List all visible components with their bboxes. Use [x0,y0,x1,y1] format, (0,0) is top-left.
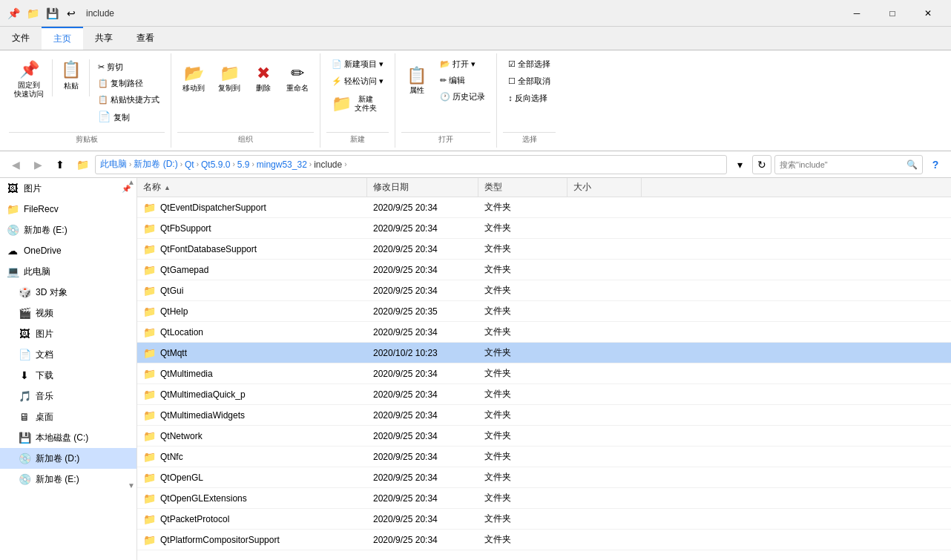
file-row-QtPlatformCompositorSupport[interactable]: 📁QtPlatformCompositorSupport 2020/9/25 2… [137,530,951,550]
file-row-QtFontDatabaseSupport[interactable]: 📁QtFontDatabaseSupport 2020/9/25 20:34 文… [137,239,951,260]
breadcrumb-computer[interactable]: 此电脑 [100,158,127,171]
file-row-QtMultimediaQuick[interactable]: 📁QtMultimediaQuick_p 2020/9/25 20:34 文件夹 [137,384,951,405]
sidebar-item-pictures-pinned[interactable]: 🖼 图片 📌 [0,178,136,199]
file-row-QtFbSupport[interactable]: 📁QtFbSupport 2020/9/25 20:34 文件夹 [137,218,951,239]
move-to-button[interactable]: 📂 移动到 [177,56,210,101]
sidebar-scroll-up[interactable]: ▲ [128,178,135,186]
col-date-label: 修改日期 [373,181,409,194]
select-label: 选择 [503,132,556,148]
back-button[interactable]: ◀ [6,155,25,174]
sidebar-item-music[interactable]: 🎵 音乐 [0,386,136,406]
cut-button[interactable]: ✂ 剪切 [93,59,165,75]
breadcrumb-59[interactable]: 5.9 [237,159,250,170]
paste-shortcut-button[interactable]: 📋 粘贴快捷方式 [93,92,165,108]
sidebar-item-downloads[interactable]: ⬇ 下载 [0,365,136,386]
easy-access-button[interactable]: ⚡ 轻松访问 ▾ [326,73,389,89]
edit-button[interactable]: ✏ 编辑 [435,73,490,88]
col-header-date[interactable]: 修改日期 [367,178,478,197]
file-row-QtOpenGLExtensions[interactable]: 📁QtOpenGLExtensions 2020/9/25 20:34 文件夹 [137,488,951,509]
tab-view[interactable]: 查看 [125,27,166,50]
paste-button[interactable]: 📋 粘贴 [56,56,86,95]
file-row-QtPacketProtocol[interactable]: 📁QtPacketProtocol 2020/9/25 20:34 文件夹 [137,509,951,530]
copy-btns: ✂ 剪切 📋 复制路径 📋 粘贴快捷方式 📄 复制 [93,56,165,129]
copy-to-label: 复制到 [218,83,240,93]
file-size-14 [567,496,642,501]
file-type-6: 文件夹 [478,323,567,340]
file-name-QtMqtt: 📁QtMqtt [137,345,367,361]
invert-selection-button[interactable]: ↕ 反向选择 [503,90,553,106]
sidebar-item-3d[interactable]: 🎲 3D 对象 [0,282,136,303]
col-header-name[interactable]: 名称 ▲ [137,178,367,197]
file-row-QtNfc[interactable]: 📁QtNfc 2020/9/25 20:34 文件夹 [137,447,951,467]
sidebar-item-documents[interactable]: 📄 文档 [0,344,136,365]
sidebar-label-video: 视频 [36,307,131,320]
tab-file[interactable]: 文件 [0,27,42,50]
file-row-QtGamepad[interactable]: 📁QtGamepad 2020/9/25 20:34 文件夹 [137,260,951,280]
file-row-QtEventDispatcherSupport[interactable]: 📁QtEventDispatcherSupport 2020/9/25 20:3… [137,197,951,218]
up-button[interactable]: ⬆ [50,155,70,174]
sidebar-item-e-drive[interactable]: 💿 新加卷 (E:) [0,220,136,240]
file-row-QtMultimedia[interactable]: 📁QtMultimedia 2020/9/25 20:34 文件夹 [137,363,951,384]
select-none-button[interactable]: ☐ 全部取消 [503,73,556,89]
dropdown-button[interactable]: ▾ [730,155,749,174]
new-item-button[interactable]: 📄 新建项目 ▾ [326,56,389,72]
breadcrumb-qt[interactable]: Qt [185,159,194,170]
sidebar-item-filerecv[interactable]: 📁 FileRecv [0,199,136,220]
sidebar-scroll-down[interactable]: ▼ [128,481,135,490]
sidebar-item-video[interactable]: 🎬 视频 [0,303,136,323]
maximize-button[interactable]: □ [875,0,909,27]
delete-button[interactable]: ✖ 删除 [249,56,278,101]
sidebar-item-e-drive2[interactable]: 💿 新加卷 (E:) [0,469,136,490]
breadcrumb-d[interactable]: 新加卷 (D:) [134,158,177,171]
select-all-button[interactable]: ☑ 全部选择 [503,56,556,72]
properties-button[interactable]: 📋 属性 [401,56,432,105]
sidebar-item-desktop[interactable]: 🖥 桌面 [0,406,136,427]
search-box[interactable]: 🔍 [774,155,923,174]
file-row-QtHelp[interactable]: 📁QtHelp 2020/9/25 20:35 文件夹 [137,301,951,322]
close-button[interactable]: ✕ [911,0,945,27]
copy-icon: 📄 [98,111,111,122]
copy-path-button[interactable]: 📋 复制路径 [93,76,165,91]
file-size-2 [567,247,642,251]
sidebar-item-d-drive[interactable]: 💿 新加卷 (D:) [0,448,136,469]
file-date-15: 2020/9/25 20:34 [367,512,478,527]
title-bar-icons: 📌 📁 💾 ↩ [6,6,79,21]
organize-items: 📂 移动到 📁 复制到 ✖ 删除 ✏ 重命名 [177,53,314,132]
file-name-QtGamepad: 📁QtGamepad [137,262,367,278]
location-icon-button[interactable]: 📁 [73,155,92,174]
sidebar-item-c-drive[interactable]: 💾 本地磁盘 (C:) [0,427,136,448]
breadcrumb-mingw[interactable]: mingw53_32 [257,159,307,170]
breadcrumb-bar[interactable]: 此电脑 › 新加卷 (D:) › Qt › Qt5.9.0 › 5.9 › mi… [95,155,727,174]
sep3: › [197,160,199,168]
file-type-1: 文件夹 [478,220,567,237]
forward-button[interactable]: ▶ [28,155,47,174]
sidebar-label-pictures-pinned: 图片 [24,182,117,195]
pin-to-quick-access-button[interactable]: 📌 固定到快速访问 [9,56,49,102]
sidebar-item-onedrive[interactable]: ☁ OneDrive [0,240,136,261]
rename-button[interactable]: ✏ 重命名 [281,56,314,101]
sidebar-item-this-pc[interactable]: 💻 此电脑 [0,261,136,282]
file-row-QtNetwork[interactable]: 📁QtNetwork 2020/9/25 20:34 文件夹 [137,426,951,447]
file-row-QtMqtt[interactable]: 📁QtMqtt 2020/10/2 10:23 文件夹 [137,343,951,363]
history-button[interactable]: 🕐 历史记录 [435,89,490,105]
breadcrumb-qt590[interactable]: Qt5.9.0 [201,159,230,170]
open-button[interactable]: 📂 打开 ▾ [435,56,490,72]
search-input[interactable] [780,160,906,169]
tab-share[interactable]: 共享 [83,27,125,50]
refresh-button[interactable]: ↻ [752,155,771,174]
copy-button[interactable]: 📄 复制 [93,108,165,126]
file-row-QtMultimediaWidgets[interactable]: 📁QtMultimediaWidgets 2020/9/25 20:34 文件夹 [137,405,951,426]
file-row-QtLocation[interactable]: 📁QtLocation 2020/9/25 20:34 文件夹 [137,322,951,343]
col-header-size[interactable]: 大小 [567,178,642,197]
copy-to-button[interactable]: 📁 复制到 [213,56,246,101]
file-row-QtGui[interactable]: 📁QtGui 2020/9/25 20:34 文件夹 [137,280,951,301]
file-list: 📁QtEventDispatcherSupport 2020/9/25 20:3… [137,197,951,560]
move-to-icon: 📂 [184,64,204,83]
sidebar-item-pictures[interactable]: 🖼 图片 [0,323,136,344]
new-folder-button[interactable]: 📁 新建文件夹 [326,90,382,117]
help-button[interactable]: ? [926,155,945,174]
file-row-QtOpenGL[interactable]: 📁QtOpenGL 2020/9/25 20:34 文件夹 [137,467,951,488]
col-header-type[interactable]: 类型 [478,178,567,197]
minimize-button[interactable]: ─ [840,0,874,27]
tab-home[interactable]: 主页 [42,27,83,50]
